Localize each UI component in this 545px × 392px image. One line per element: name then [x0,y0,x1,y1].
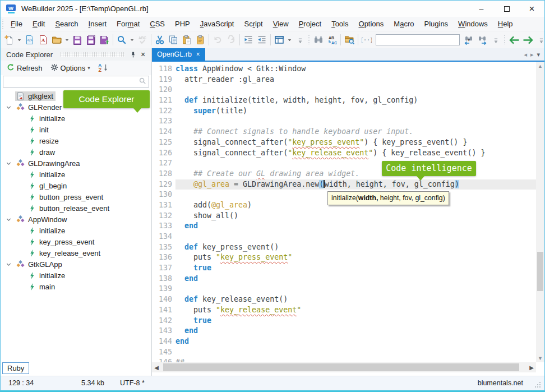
scroll-right-icon[interactable]: ▶ [527,362,536,372]
new-file-dropdown-button[interactable] [16,33,22,47]
menu-javascript[interactable]: JavaScript [195,17,239,30]
menu-file[interactable]: File [6,17,27,30]
new-file-button[interactable] [3,33,15,47]
line-number[interactable]: 135 [152,242,175,253]
menu-search[interactable]: Search [50,17,83,30]
line-number[interactable]: 119 [152,75,175,85]
line-number[interactable]: 138 [152,274,175,284]
open-code-document-button[interactable]: </> [24,33,36,47]
line-number[interactable]: 132 [152,211,175,222]
maximize-button[interactable] [494,1,519,17]
code-line[interactable]: 142 true [152,316,536,326]
code-line[interactable]: 134 [152,232,536,242]
chevron-down-icon[interactable] [5,104,15,111]
explorer-search-input[interactable] [3,78,136,86]
code-line[interactable]: 146## [152,357,536,362]
tab-scroll-left-icon[interactable]: ◂ [524,51,527,58]
clipboard-button[interactable] [194,33,206,47]
panel-layout-dropdown-button[interactable] [287,33,293,47]
code-line[interactable]: 127 [152,158,536,169]
code-line[interactable]: 118class AppWindow < Gtk::Window [152,64,536,75]
line-number[interactable]: 136 [152,252,175,263]
save-upload-button[interactable] [98,33,110,47]
indent-button[interactable] [242,33,255,47]
menu-format[interactable]: Format [112,17,145,30]
find-button[interactable] [312,33,325,47]
line-number[interactable]: 130 [152,190,175,200]
scroll-down-icon[interactable]: ▼ [536,354,544,362]
code-line[interactable]: 138 end [152,274,536,284]
tab-scroll-right-icon[interactable]: ▸ [530,51,534,58]
line-number[interactable]: 129 [152,179,175,190]
panel-layout-button[interactable] [273,33,285,47]
line-number[interactable]: 118 [152,64,175,75]
line-number[interactable]: 141 [152,305,175,316]
vertical-scrollbar[interactable]: ▲ ▼ [536,62,544,362]
tree-item-initialize[interactable]: initialize [1,225,151,236]
pin-icon[interactable] [128,49,138,59]
line-number[interactable]: 146 [152,357,175,362]
code-line[interactable]: 125 signal_connect_after("key_press_even… [152,137,536,148]
menu-macro[interactable]: Macro [389,17,419,30]
menu-options[interactable]: Options [354,17,389,30]
refresh-button[interactable]: Refresh [4,62,45,75]
toolbar-search-combobox[interactable]: ▾ [376,34,460,45]
line-number[interactable]: 120 [152,85,175,95]
menu-edit[interactable]: Edit [27,17,50,30]
line-number[interactable]: 124 [152,127,175,137]
code-line[interactable]: 119 attr_reader :gl_area [152,75,536,85]
line-number[interactable]: 143 [152,326,175,336]
tree-item-GLDrawingArea[interactable]: GLDrawingArea [1,158,151,169]
copy-button[interactable] [167,33,179,47]
outdent-button[interactable] [256,33,268,47]
panel-close-icon[interactable]: × [138,49,148,59]
code-line[interactable]: 123 [152,116,536,127]
tree-item-resize[interactable]: resize [1,135,151,146]
toolbar-grip[interactable] [503,35,507,44]
open-folder-button[interactable] [50,33,63,47]
toolbar-overflow-button[interactable] [489,33,502,47]
tree-item-draw[interactable]: draw [1,146,151,158]
panel-drag-grip[interactable] [61,52,124,57]
tab-list-dropdown-icon[interactable]: ▾ [537,51,540,58]
toolbar-search-input[interactable] [376,35,468,44]
code-line[interactable]: 133 end [152,221,536,232]
menubar-grip[interactable] [1,19,5,29]
toolbar-grip[interactable] [307,35,311,44]
paste-button[interactable] [181,33,193,47]
menu-script[interactable]: Script [239,17,267,30]
line-number[interactable]: 121 [152,95,175,106]
horizontal-scroll-thumb[interactable] [163,363,519,371]
cut-button[interactable] [154,33,166,47]
code-line[interactable]: 121 def initialize(title, width, height,… [152,95,536,106]
menu-css[interactable]: CSS [145,17,170,30]
minimize-button[interactable]: – [469,1,494,17]
options-button[interactable]: Options ▾ [48,62,93,75]
font-document-button[interactable]: A [37,33,49,47]
open-folder-dropdown-button[interactable] [64,33,70,47]
undo-button[interactable] [211,33,224,47]
horizontal-scrollbar[interactable]: ◀ ▶ [152,362,536,372]
tree-item-key_press_event[interactable]: key_press_event [1,236,151,247]
find-previous-button[interactable] [476,33,488,47]
menu-help[interactable]: Help [493,17,518,30]
search-button[interactable] [116,33,128,47]
tree-item-initialize[interactable]: initialize [1,169,151,180]
line-number[interactable]: 123 [152,116,175,127]
menu-windows[interactable]: Windows [453,17,493,30]
line-number[interactable]: 145 [152,347,175,358]
line-number[interactable]: 131 [152,200,175,211]
vertical-scroll-thumb[interactable] [537,252,543,291]
line-number[interactable]: 142 [152,316,175,326]
code-line[interactable]: 128 ## Create our GL drawing area widget… [152,169,536,179]
find-in-files-button[interactable] [343,33,355,47]
line-number[interactable]: 139 [152,284,175,294]
find-next-button[interactable] [463,33,475,47]
line-number[interactable]: 128 [152,169,175,179]
line-number[interactable]: 133 [152,221,175,232]
tree-item-GtkGLApp[interactable]: GtkGLApp [1,259,151,270]
code-editor[interactable]: Code intelligence initialize(width, heig… [152,62,536,362]
tab-opengl-rb[interactable]: OpenGL.rb × [152,48,205,61]
tree-item-gl_begin[interactable]: gl_begin [1,180,151,191]
search-dropdown-button[interactable] [129,33,135,47]
